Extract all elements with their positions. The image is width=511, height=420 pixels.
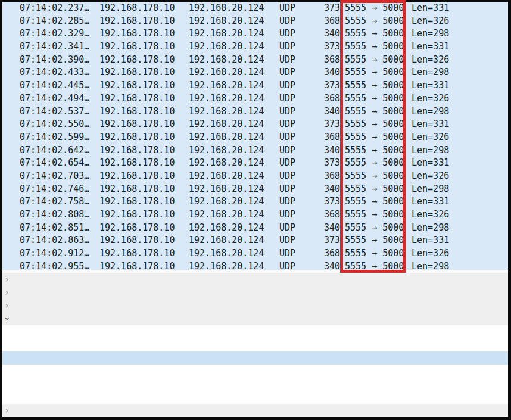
packet-protocol: UDP bbox=[279, 222, 295, 235]
packet-time: 07:14:02.955… bbox=[20, 260, 89, 270]
packet-destination: 192.168.20.124 bbox=[189, 247, 264, 260]
detail-row[interactable]: › Ethernet II, Src: Cisco_ad:54:c1 (7c:9… bbox=[2, 286, 508, 299]
packet-row[interactable]: 07:14:02.851… 192.168.178.10 192.168.20.… bbox=[2, 222, 508, 235]
chevron-right-icon[interactable]: › bbox=[3, 404, 11, 417]
packet-destination: 192.168.20.124 bbox=[189, 27, 264, 41]
packet-destination: 192.168.20.124 bbox=[189, 234, 264, 247]
packet-length: 368 bbox=[297, 92, 340, 105]
packet-length: 373 bbox=[297, 157, 340, 170]
packet-destination: 192.168.20.124 bbox=[189, 157, 264, 170]
detail-row[interactable]: › Data (326 bytes) bbox=[2, 404, 508, 417]
packet-row[interactable]: 07:14:02.390… 192.168.178.10 192.168.20.… bbox=[2, 54, 508, 67]
packet-info-ports: 5555 → 5000 bbox=[345, 118, 404, 131]
packet-details-pane[interactable]: › Frame 1: 368 bytes on wire (2944 bits)… bbox=[2, 273, 508, 417]
packet-info-ports: 5555 → 5000 bbox=[345, 54, 404, 67]
packet-row[interactable]: 07:14:02.550… 192.168.178.10 192.168.20.… bbox=[2, 118, 508, 131]
packet-info-ports: 5555 → 5000 bbox=[345, 234, 404, 247]
packet-destination: 192.168.20.124 bbox=[189, 144, 264, 157]
packet-time: 07:14:02.654… bbox=[20, 157, 89, 170]
chevron-right-icon[interactable]: › bbox=[3, 299, 11, 312]
packet-row[interactable]: 07:14:02.746… 192.168.178.10 192.168.20.… bbox=[2, 183, 508, 196]
packet-protocol: UDP bbox=[279, 27, 295, 41]
packet-info-len: Len=331 bbox=[412, 2, 449, 15]
packet-source: 192.168.178.10 bbox=[99, 260, 175, 270]
packet-destination: 192.168.20.124 bbox=[189, 260, 264, 270]
packet-info-len: Len=331 bbox=[412, 118, 449, 131]
packet-source: 192.168.178.10 bbox=[99, 2, 175, 15]
detail-row[interactable]: Checksum: 0x0d59 [unverified] bbox=[2, 365, 508, 378]
packet-length: 373 bbox=[297, 234, 340, 247]
packet-row[interactable]: 07:14:02.341… 192.168.178.10 192.168.20.… bbox=[2, 41, 508, 54]
packet-row[interactable]: 07:14:02.285… 192.168.178.10 192.168.20.… bbox=[2, 15, 508, 28]
packet-length: 368 bbox=[297, 15, 340, 28]
packet-row[interactable]: 07:14:02.808… 192.168.178.10 192.168.20.… bbox=[2, 209, 508, 222]
chevron-right-icon[interactable]: › bbox=[3, 286, 11, 299]
detail-row[interactable]: Source Port: 5555 bbox=[2, 325, 508, 338]
packet-length: 340 bbox=[297, 105, 340, 119]
packet-time: 07:14:02.642… bbox=[20, 144, 89, 157]
packet-time: 07:14:02.912… bbox=[20, 247, 89, 260]
detail-row[interactable]: [Stream index: 0] bbox=[2, 391, 508, 404]
packet-row[interactable]: 07:14:02.237… 192.168.178.10 192.168.20.… bbox=[2, 2, 508, 15]
packet-destination: 192.168.20.124 bbox=[189, 183, 264, 196]
packet-row[interactable]: 07:14:02.758… 192.168.178.10 192.168.20.… bbox=[2, 195, 508, 209]
packet-info-ports: 5555 → 5000 bbox=[345, 41, 404, 54]
packet-list-pane[interactable]: 07:14:02.237… 192.168.178.10 192.168.20.… bbox=[2, 2, 508, 270]
packet-time: 07:14:02.703… bbox=[20, 170, 89, 183]
packet-time: 07:14:02.550… bbox=[20, 118, 89, 131]
packet-protocol: UDP bbox=[279, 2, 295, 15]
packet-info-len: Len=331 bbox=[412, 234, 449, 247]
packet-source: 192.168.178.10 bbox=[99, 157, 175, 170]
packet-info-ports: 5555 → 5000 bbox=[345, 79, 404, 92]
packet-row[interactable]: 07:14:02.912… 192.168.178.10 192.168.20.… bbox=[2, 247, 508, 260]
packet-source: 192.168.178.10 bbox=[99, 131, 175, 144]
packet-length: 373 bbox=[297, 41, 340, 54]
packet-info-len: Len=331 bbox=[412, 41, 449, 54]
packet-length: 368 bbox=[297, 209, 340, 222]
packet-time: 07:14:02.758… bbox=[20, 195, 89, 209]
packet-info-ports: 5555 → 5000 bbox=[345, 183, 404, 196]
packet-source: 192.168.178.10 bbox=[99, 118, 175, 131]
packet-time: 07:14:02.341… bbox=[20, 41, 89, 54]
chevron-down-icon[interactable]: › bbox=[2, 315, 14, 323]
packet-row[interactable]: 07:14:02.537… 192.168.178.10 192.168.20.… bbox=[2, 105, 508, 119]
packet-row[interactable]: 07:14:02.863… 192.168.178.10 192.168.20.… bbox=[2, 234, 508, 247]
packet-info-len: Len=331 bbox=[412, 157, 449, 170]
packet-row[interactable]: 07:14:02.329… 192.168.178.10 192.168.20.… bbox=[2, 27, 508, 41]
packet-row[interactable]: 07:14:02.445… 192.168.178.10 192.168.20.… bbox=[2, 79, 508, 92]
packet-protocol: UDP bbox=[279, 66, 295, 79]
packet-time: 07:14:02.285… bbox=[20, 15, 89, 28]
packet-length: 340 bbox=[297, 260, 340, 270]
packet-info-ports: 5555 → 5000 bbox=[345, 170, 404, 183]
detail-row[interactable]: › Internet Protocol Version 4, Src: 192.… bbox=[2, 299, 508, 312]
detail-row[interactable]: [Checksum Status: Unverified] bbox=[2, 378, 508, 391]
packet-time: 07:14:02.851… bbox=[20, 222, 89, 235]
packet-info-len: Len=331 bbox=[412, 79, 449, 92]
packet-row[interactable]: 07:14:02.955… 192.168.178.10 192.168.20.… bbox=[2, 260, 508, 270]
packet-destination: 192.168.20.124 bbox=[189, 195, 264, 209]
packet-info-len: Len=298 bbox=[412, 66, 449, 79]
detail-row[interactable]: Destination Port: 5000 bbox=[2, 338, 508, 351]
detail-row[interactable]: › User Datagram Protocol, Src Port: 5555… bbox=[2, 312, 508, 325]
packet-row[interactable]: 07:14:02.599… 192.168.178.10 192.168.20.… bbox=[2, 131, 508, 144]
packet-protocol: UDP bbox=[279, 131, 295, 144]
packet-protocol: UDP bbox=[279, 170, 295, 183]
packet-row[interactable]: 07:14:02.642… 192.168.178.10 192.168.20.… bbox=[2, 144, 508, 157]
packet-info-len: Len=326 bbox=[412, 131, 449, 144]
packet-protocol: UDP bbox=[279, 79, 295, 92]
packet-time: 07:14:02.433… bbox=[20, 66, 89, 79]
packet-destination: 192.168.20.124 bbox=[189, 118, 264, 131]
detail-row[interactable]: › Frame 1: 368 bytes on wire (2944 bits)… bbox=[2, 273, 508, 286]
chevron-right-icon[interactable]: › bbox=[3, 273, 11, 286]
packet-row[interactable]: 07:14:02.494… 192.168.178.10 192.168.20.… bbox=[2, 92, 508, 105]
packet-length: 373 bbox=[297, 79, 340, 92]
packet-source: 192.168.178.10 bbox=[99, 79, 175, 92]
packet-row[interactable]: 07:14:02.654… 192.168.178.10 192.168.20.… bbox=[2, 157, 508, 170]
packet-row[interactable]: 07:14:02.433… 192.168.178.10 192.168.20.… bbox=[2, 66, 508, 79]
packet-row[interactable]: 07:14:02.703… 192.168.178.10 192.168.20.… bbox=[2, 170, 508, 183]
packet-time: 07:14:02.599… bbox=[20, 131, 89, 144]
packet-info-ports: 5555 → 5000 bbox=[345, 92, 404, 105]
detail-row[interactable]: Length: 334 bbox=[2, 351, 508, 365]
packet-length: 373 bbox=[297, 118, 340, 131]
packet-info-ports: 5555 → 5000 bbox=[345, 195, 404, 209]
